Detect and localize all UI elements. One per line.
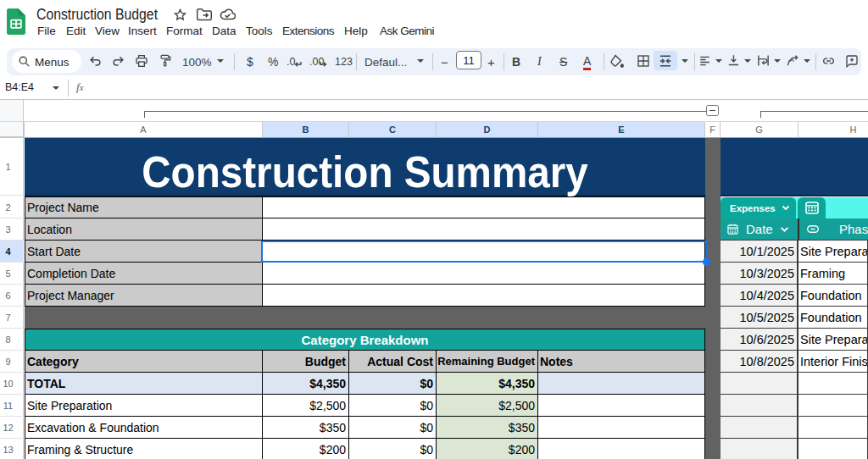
svg-text:A: A [790,56,794,64]
